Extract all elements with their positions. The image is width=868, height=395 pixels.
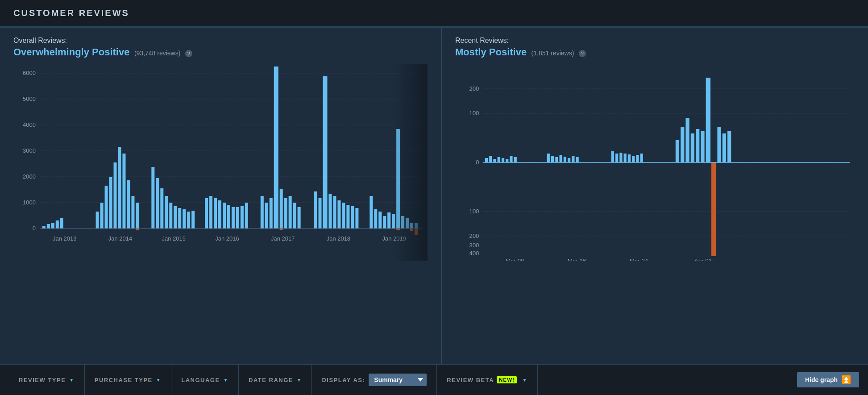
svg-rect-107 bbox=[498, 157, 500, 162]
svg-rect-26 bbox=[127, 180, 130, 229]
svg-rect-14 bbox=[42, 226, 46, 229]
display-as-control: DISPLAY AS: Summary Helpful Recent bbox=[312, 365, 437, 395]
svg-text:3000: 3000 bbox=[23, 147, 36, 154]
language-label: LANGUAGE bbox=[181, 377, 220, 383]
svg-rect-115 bbox=[560, 155, 562, 162]
svg-text:Jan 2019: Jan 2019 bbox=[382, 235, 406, 242]
recent-help-icon[interactable]: ? bbox=[579, 50, 586, 57]
svg-rect-25 bbox=[122, 154, 125, 229]
svg-rect-31 bbox=[156, 178, 159, 229]
svg-rect-77 bbox=[401, 216, 404, 229]
date-range-label: DATE RANGE bbox=[249, 377, 293, 383]
svg-rect-29 bbox=[136, 229, 139, 230]
svg-rect-46 bbox=[232, 207, 235, 229]
svg-rect-41 bbox=[209, 196, 212, 229]
svg-text:Jan 2016: Jan 2016 bbox=[215, 235, 239, 242]
svg-rect-71 bbox=[374, 209, 377, 229]
svg-rect-56 bbox=[289, 196, 292, 229]
svg-rect-15 bbox=[47, 224, 50, 229]
overall-count: (93,748 reviews) bbox=[134, 50, 181, 57]
page-wrapper: CUSTOMER REVIEWS Overall Reviews: Overwh… bbox=[0, 0, 868, 395]
svg-rect-42 bbox=[214, 198, 217, 229]
svg-rect-19 bbox=[96, 212, 99, 229]
svg-rect-117 bbox=[568, 158, 570, 162]
svg-rect-30 bbox=[151, 167, 154, 229]
svg-rect-130 bbox=[685, 118, 689, 162]
display-as-select[interactable]: Summary Helpful Recent bbox=[369, 374, 427, 386]
svg-text:200: 200 bbox=[469, 85, 479, 92]
svg-rect-51 bbox=[265, 203, 268, 229]
svg-rect-48 bbox=[241, 206, 244, 229]
review-beta-label: REVIEW BETA bbox=[447, 377, 494, 383]
svg-rect-125 bbox=[632, 156, 635, 162]
svg-text:0: 0 bbox=[476, 159, 479, 166]
svg-text:Jan 2013: Jan 2013 bbox=[53, 235, 76, 242]
svg-rect-136 bbox=[717, 127, 721, 162]
svg-text:100: 100 bbox=[469, 208, 479, 215]
svg-rect-80 bbox=[415, 223, 418, 229]
svg-text:2000: 2000 bbox=[23, 173, 36, 180]
svg-rect-120 bbox=[611, 151, 614, 162]
svg-rect-83 bbox=[396, 229, 400, 230]
recent-reviews-label: Recent Reviews: bbox=[455, 37, 855, 45]
svg-rect-60 bbox=[314, 191, 317, 229]
svg-rect-110 bbox=[510, 156, 512, 162]
svg-text:6000: 6000 bbox=[23, 70, 36, 76]
svg-rect-54 bbox=[280, 189, 283, 229]
left-chart-container: Overall Reviews: Overwhelmingly Positive… bbox=[0, 28, 442, 364]
overall-score: Overwhelmingly Positive bbox=[13, 46, 129, 58]
svg-rect-104 bbox=[485, 158, 488, 162]
svg-rect-23 bbox=[114, 162, 117, 229]
svg-rect-72 bbox=[378, 212, 382, 229]
svg-rect-76 bbox=[396, 129, 400, 229]
svg-rect-21 bbox=[105, 186, 108, 229]
svg-rect-121 bbox=[615, 154, 618, 162]
svg-rect-78 bbox=[406, 218, 409, 229]
date-range-filter[interactable]: DATE RANGE ▼ bbox=[239, 365, 312, 395]
svg-rect-138 bbox=[727, 131, 731, 162]
svg-rect-24 bbox=[118, 147, 121, 229]
svg-rect-52 bbox=[270, 198, 273, 229]
svg-rect-44 bbox=[223, 203, 226, 229]
svg-rect-73 bbox=[383, 216, 386, 229]
review-beta-control[interactable]: REVIEW BETA NEW! ▼ bbox=[437, 365, 538, 395]
svg-rect-133 bbox=[701, 131, 704, 162]
svg-rect-69 bbox=[355, 208, 358, 229]
svg-rect-131 bbox=[691, 133, 694, 162]
header: CUSTOMER REVIEWS bbox=[0, 0, 868, 27]
charts-section: Overall Reviews: Overwhelmingly Positive… bbox=[0, 27, 868, 364]
hide-graph-button[interactable]: Hide graph ⏫ bbox=[797, 372, 859, 387]
svg-rect-119 bbox=[576, 157, 579, 162]
svg-rect-63 bbox=[328, 194, 332, 229]
svg-rect-109 bbox=[506, 159, 508, 162]
review-type-label: REVIEW TYPE bbox=[19, 377, 66, 383]
svg-rect-40 bbox=[205, 198, 208, 229]
svg-rect-16 bbox=[51, 223, 54, 229]
svg-rect-35 bbox=[174, 206, 177, 229]
svg-text:400: 400 bbox=[469, 250, 479, 257]
svg-text:4000: 4000 bbox=[23, 121, 36, 128]
svg-rect-38 bbox=[187, 212, 190, 229]
purchase-type-filter[interactable]: PURCHASE TYPE ▼ bbox=[85, 365, 171, 395]
svg-rect-62 bbox=[323, 76, 328, 229]
svg-rect-28 bbox=[136, 203, 139, 229]
svg-rect-135 bbox=[711, 162, 716, 256]
recent-score: Mostly Positive bbox=[455, 46, 527, 58]
right-chart-area: 200 100 0 100 200 300 400 bbox=[455, 64, 855, 261]
svg-rect-37 bbox=[183, 209, 186, 229]
svg-rect-66 bbox=[342, 203, 345, 229]
svg-rect-70 bbox=[370, 196, 373, 229]
up-arrow-icon: ⏫ bbox=[841, 376, 851, 384]
svg-rect-127 bbox=[640, 154, 643, 162]
svg-text:Jan 2018: Jan 2018 bbox=[327, 235, 350, 242]
purchase-type-chevron: ▼ bbox=[156, 378, 161, 383]
left-chart-area: 6000 5000 4000 3000 2000 1000 0 bbox=[13, 64, 428, 261]
svg-rect-122 bbox=[619, 153, 622, 162]
overall-help-icon[interactable]: ? bbox=[185, 50, 192, 57]
svg-text:0: 0 bbox=[33, 225, 36, 232]
review-type-filter[interactable]: REVIEW TYPE ▼ bbox=[9, 365, 85, 395]
svg-rect-57 bbox=[293, 203, 296, 229]
language-filter[interactable]: LANGUAGE ▼ bbox=[171, 365, 239, 395]
svg-text:Mar 24: Mar 24 bbox=[630, 258, 648, 261]
page-title: CUSTOMER REVIEWS bbox=[13, 8, 129, 18]
